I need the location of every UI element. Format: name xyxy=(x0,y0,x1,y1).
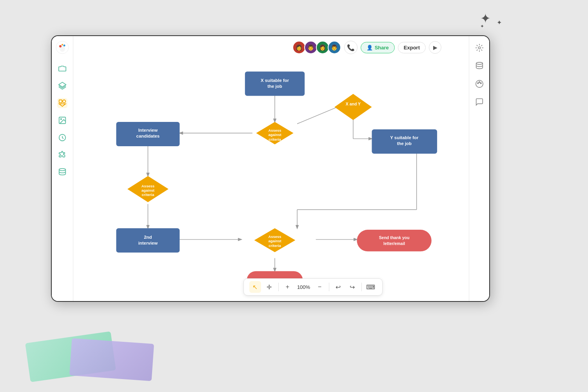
node-send-thanks[interactable] xyxy=(357,230,431,251)
node-2nd-interview[interactable] xyxy=(116,228,180,252)
toolbar-divider-1 xyxy=(278,283,279,291)
rp-comment-icon[interactable] xyxy=(474,96,485,107)
svg-text:criteria: criteria xyxy=(269,137,281,142)
svg-text:candidates: candidates xyxy=(136,134,160,138)
svg-text:2nd: 2nd xyxy=(144,235,152,240)
paper-purple xyxy=(69,338,154,381)
top-toolbar: 👩 👨 👩 👨 📞 👤 Share Export ▶ xyxy=(292,41,441,54)
sidebar-item-google[interactable] xyxy=(57,132,67,143)
zoom-level: 100% xyxy=(296,284,312,290)
node-x-and-y[interactable] xyxy=(334,94,372,120)
svg-text:criteria: criteria xyxy=(269,243,281,248)
avatar-1: 👩 xyxy=(292,41,306,54)
keyboard-button[interactable]: ⌨ xyxy=(365,281,377,293)
svg-text:Assess: Assess xyxy=(268,234,281,239)
sparkle-icon: ✦ xyxy=(480,11,491,26)
svg-text:X and Y: X and Y xyxy=(346,102,361,106)
canvas-area: 👩 👨 👩 👨 📞 👤 Share Export ▶ xyxy=(73,36,469,301)
avatar-2: 👨 xyxy=(304,41,318,54)
svg-point-52 xyxy=(480,83,481,84)
svg-text:against: against xyxy=(142,188,155,192)
svg-point-51 xyxy=(479,82,480,83)
share-icon: 👤 xyxy=(367,45,373,51)
move-tool-button[interactable]: ✛ xyxy=(263,281,275,293)
rp-settings-icon[interactable] xyxy=(474,42,485,53)
svg-text:Y suitable for: Y suitable for xyxy=(390,135,419,140)
app-logo[interactable] xyxy=(56,41,69,54)
right-panel xyxy=(469,36,489,301)
toolbar-divider-2 xyxy=(329,283,329,291)
svg-point-47 xyxy=(478,47,481,49)
svg-text:the job: the job xyxy=(267,84,282,89)
svg-point-12 xyxy=(59,169,66,171)
select-tool-button[interactable]: ↖ xyxy=(249,281,261,293)
sidebar-item-puzzle[interactable] xyxy=(57,150,67,160)
undo-button[interactable]: ↩ xyxy=(332,281,344,293)
svg-text:criteria: criteria xyxy=(142,192,154,197)
note-papers xyxy=(27,329,157,380)
zoom-in-button[interactable]: + xyxy=(282,281,294,293)
svg-text:Interview: Interview xyxy=(138,128,158,132)
export-button[interactable]: Export xyxy=(398,42,426,53)
rp-database-icon[interactable] xyxy=(474,60,485,71)
avatar-group: 👩 👨 👩 👨 xyxy=(292,41,341,54)
redo-button[interactable]: ↪ xyxy=(347,281,358,293)
rp-palette-icon[interactable] xyxy=(474,78,485,89)
svg-point-2 xyxy=(59,45,62,47)
svg-point-50 xyxy=(477,83,478,84)
phone-button[interactable]: 📞 xyxy=(344,41,358,54)
flowchart-svg: X suitable for the job Assess against cr… xyxy=(73,36,469,301)
svg-text:interview: interview xyxy=(138,241,158,245)
svg-text:against: against xyxy=(268,132,281,137)
svg-text:Assess: Assess xyxy=(142,184,154,188)
sparkle-small-icon: ✦ xyxy=(497,19,502,26)
svg-point-3 xyxy=(64,45,65,47)
zoom-out-button[interactable]: − xyxy=(314,281,326,293)
bottom-toolbar: ↖ ✛ + 100% − ↩ ↪ ⌨ xyxy=(243,278,383,296)
sidebar xyxy=(52,36,73,301)
sidebar-item-image[interactable] xyxy=(57,115,67,125)
share-button[interactable]: 👤 Share xyxy=(361,42,395,53)
svg-text:X suitable for: X suitable for xyxy=(261,78,289,83)
svg-point-4 xyxy=(62,44,63,45)
svg-text:Assess: Assess xyxy=(268,128,281,132)
sidebar-item-database[interactable] xyxy=(57,167,67,177)
svg-text:the job: the job xyxy=(397,141,412,146)
svg-marker-8 xyxy=(59,104,66,106)
svg-text:Send thank you: Send thank you xyxy=(379,236,410,240)
sidebar-item-shapes[interactable] xyxy=(57,98,67,108)
svg-text:letter/email: letter/email xyxy=(383,241,405,246)
svg-point-7 xyxy=(63,100,65,103)
sidebar-item-layers[interactable] xyxy=(57,81,67,91)
svg-point-48 xyxy=(476,62,483,65)
sidebar-item-folder[interactable] xyxy=(57,64,67,74)
main-window: 👩 👨 👩 👨 📞 👤 Share Export ▶ xyxy=(51,35,490,302)
svg-rect-6 xyxy=(59,100,62,103)
avatar-4: 👨 xyxy=(328,41,341,54)
toolbar-divider-3 xyxy=(361,283,362,291)
play-button[interactable]: ▶ xyxy=(429,41,441,54)
sparkle-tiny-icon: ✦ xyxy=(480,24,484,29)
avatar-3: 👩 xyxy=(316,41,329,54)
svg-text:against: against xyxy=(268,239,281,243)
svg-point-10 xyxy=(60,118,62,120)
svg-line-17 xyxy=(297,105,342,124)
